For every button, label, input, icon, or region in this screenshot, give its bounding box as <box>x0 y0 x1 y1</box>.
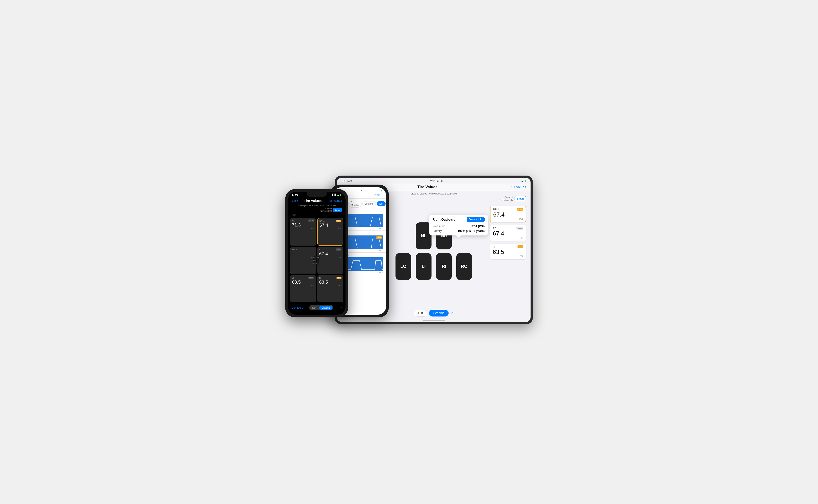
middle-select-action[interactable]: Select... <box>373 194 382 197</box>
iphone-label-lo: LO ⚠ <box>292 249 297 251</box>
iphone-badge-ri: 75% <box>337 277 341 279</box>
popup-arrow <box>456 235 461 238</box>
iphone-value-ri: 63.5 <box>319 280 341 285</box>
iphone-badge-ro: 100% <box>336 248 341 251</box>
iphone-pull-values[interactable]: Pull Values <box>328 199 342 202</box>
iphone-card-header-ro: RO 100% <box>319 248 341 251</box>
iphone-label-li: LI <box>292 277 294 279</box>
overlap-nr: NR <box>316 256 320 259</box>
iphone-configure-button[interactable]: Configure <box>291 306 303 309</box>
iphone-sensor-li[interactable]: LI 100% 63.5 PSI <box>290 275 316 302</box>
sensor-label-ro: RO <box>493 227 497 230</box>
sensor-label-nr: NR ⚠ <box>493 208 499 211</box>
sensor-card-ri-header: RI 75% <box>493 245 523 248</box>
signal-icon: ▐▐▐ <box>331 194 336 196</box>
big-tire-ri[interactable]: RI <box>436 253 452 280</box>
sensor-badge-nr: 75% <box>517 208 523 211</box>
iphone-badge-nl: 100% <box>308 219 314 222</box>
ipad-graphic-tab[interactable]: Graphic <box>429 310 449 316</box>
ipad-pull-values-button[interactable]: Pull Values <box>509 185 526 189</box>
popup-pressure-label: Pressure: <box>432 224 445 228</box>
overlap-li: LI <box>316 259 319 262</box>
overlap-row-2: LO LI <box>313 259 320 262</box>
ipad-date: Wed Jul 20 <box>430 180 443 182</box>
iphone-unit-nl: PSI <box>292 228 314 230</box>
nr-warning-icon: ⚠ <box>497 208 499 211</box>
big-tire-lo[interactable]: LO <box>395 253 411 280</box>
iphone-unit-ro: PSI <box>319 256 341 258</box>
tab-6months[interactable]: 6 Months <box>348 200 362 208</box>
overlap-row-1: NL NR <box>313 256 320 259</box>
nose-right-badge: 75% <box>376 236 382 239</box>
popup-header: Right Outboard Device Info <box>432 217 485 222</box>
iphone-label-ri: RI <box>319 277 321 279</box>
iphone-badge-li: 100% <box>308 277 314 279</box>
iphone-sensor-grid: NL 100% 71.3 PSI NR ⚠ 75% 67.4 PSI <box>288 217 346 303</box>
ipad-list-tab[interactable]: List <box>414 310 427 316</box>
iphone-trend-icon[interactable]: ↗ <box>339 306 342 310</box>
sensor-label-ri: RI <box>493 245 495 248</box>
iphone-elevation-label: CurrentElevation (ft) <box>321 208 332 212</box>
device-info-button[interactable]: Device Info <box>467 217 485 222</box>
middle-wifi-icon: ▲ <box>360 189 362 192</box>
sensor-card-nr[interactable]: NR ⚠ 75% 67.4 PSI <box>490 206 526 222</box>
iphone-tail-label: Tail: <box>288 214 346 217</box>
iphone-card-header-nl: NL 100% <box>292 219 314 222</box>
iphone-value-nl: 71.3 <box>292 222 314 228</box>
sensor-card-ro[interactable]: RO 100% 67.4 PSI <box>490 225 526 241</box>
ipad-elevation-value[interactable]: 1306 <box>515 196 526 201</box>
sensor-badge-ro: 100% <box>516 227 523 230</box>
wifi-icon-iphone: ▲ <box>337 194 339 196</box>
wifi-icon: ▲ <box>521 180 523 182</box>
iphone-notch <box>307 192 327 197</box>
iphone-back-button[interactable]: Back <box>291 199 298 202</box>
iphone-card-header-lo: LO ⚠ <box>292 249 314 251</box>
iphone-sensor-ri[interactable]: RI 75% 63.5 PSI <box>317 275 343 302</box>
iphone-tab-group: List Graphic <box>309 305 333 310</box>
scene: 10:54 AM Wed Jul 20 ▲ ▮ Tire Values Pull… <box>285 176 533 329</box>
iphone-label-nr: NR ⚠ <box>319 220 325 222</box>
ipad-status-bar: 10:54 AM Wed Jul 20 ▲ ▮ <box>337 178 531 183</box>
overlap-ri: RI <box>313 262 315 264</box>
iphone-time: 9:45 <box>292 194 298 197</box>
iphone-value-li: 63.5 <box>292 280 314 285</box>
sensor-badge-ri: 75% <box>517 245 523 248</box>
overlap-nl: NL <box>313 256 316 259</box>
chart-trend-icon[interactable]: ↗ <box>450 311 454 316</box>
iphone-value-nr: 67.4 <box>319 223 341 228</box>
battery-icon-iphone: ▮ <box>340 194 341 196</box>
big-tire-ro[interactable]: RO <box>456 253 472 280</box>
iphone-badge-nr: 75% <box>336 220 341 222</box>
sensor-value-ri: 63.5 <box>493 249 523 255</box>
iphone-list-tab[interactable]: List <box>310 306 318 310</box>
sensor-card-ri[interactable]: RI 75% 63.5 PSI <box>490 244 526 259</box>
sensor-card-nr-header: NR ⚠ 75% <box>493 208 523 211</box>
nr-warning-icon-iphone: ⚠ <box>323 220 325 222</box>
iphone-unit-nr: PSI <box>319 228 341 230</box>
middle-home-indicator <box>352 313 367 313</box>
lo-warning-icon: ⚠ <box>296 249 297 251</box>
tab-lifetime[interactable]: Lifetime <box>362 201 376 206</box>
popup-battery-label: Battery: <box>432 229 443 233</box>
iphone-value-lo: - <box>292 251 314 256</box>
iphone-nav-title: Tire Values <box>304 199 322 203</box>
iphone-sensor-ro[interactable]: RO 100% 67.4 PSI <box>317 247 343 274</box>
iphone-left-device: 9:45 ➤ ▐▐▐ ▲ ▮ Back Tire Values Pull Val… <box>285 189 348 317</box>
iphone-sensor-nr[interactable]: NR ⚠ 75% 67.4 PSI <box>317 218 343 245</box>
iphone-label-nl: NL <box>292 220 295 222</box>
big-tire-li[interactable]: LI <box>416 253 432 280</box>
tab-list[interactable]: List <box>377 201 386 206</box>
iphone-graphic-tab[interactable]: Graphic <box>319 306 332 310</box>
iphone-elevation-value[interactable]: 1307 <box>333 208 342 212</box>
iphone-sensor-lo[interactable]: LO ⚠ - PSI NL NR LO LI <box>290 247 316 274</box>
sensor-card-ro-header: RO 100% <box>493 227 523 230</box>
iphone-unit-li: PSI <box>292 285 314 287</box>
iphone-elevation-row: CurrentElevation (ft) 1307 <box>288 207 346 214</box>
overlap-lo: LO <box>313 259 316 262</box>
iphone-card-header-nr: NR ⚠ 75% <box>319 220 341 222</box>
iphone-sensor-nl[interactable]: NL 100% 71.3 PSI <box>290 218 316 245</box>
overlap-ro: RO <box>316 262 319 264</box>
iphone-left-screen: 9:45 ➤ ▐▐▐ ▲ ▮ Back Tire Values Pull Val… <box>288 192 346 315</box>
iphone-card-header-li: LI 100% <box>292 277 314 279</box>
iphone-card-header-ri: RI 75% <box>319 277 341 279</box>
